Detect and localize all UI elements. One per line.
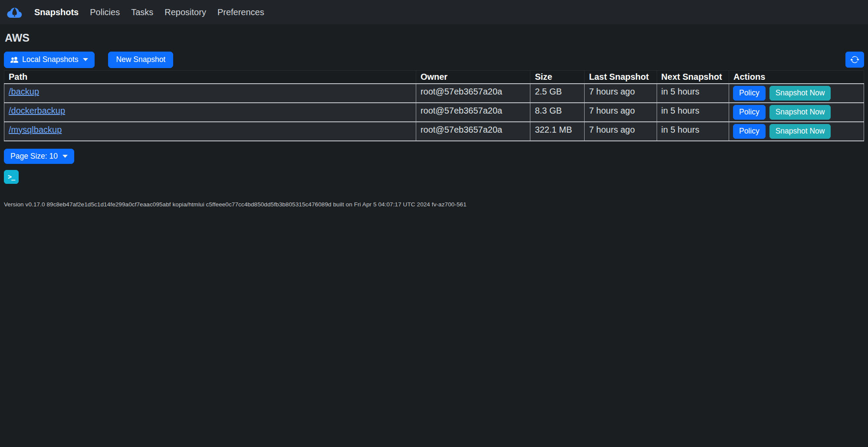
policy-button[interactable]: Policy [733, 124, 766, 139]
path-cell: /dockerbackup [4, 103, 416, 122]
people-icon [10, 56, 18, 64]
size-cell: 2.5 GB [530, 84, 585, 103]
page-size-dropdown[interactable]: Page Size: 10 [4, 149, 74, 164]
actions-cell: Policy Snapshot Now [729, 103, 864, 122]
owner-cell: root@57eb3657a20a [416, 103, 530, 122]
column-header-path: Path [4, 70, 416, 84]
policy-button[interactable]: Policy [733, 105, 766, 120]
version-text: Version v0.17.0 89c8eb47af2e1d5c1d14fe29… [4, 201, 864, 208]
caret-down-icon [62, 155, 68, 158]
path-link[interactable]: /backup [9, 87, 39, 96]
owner-cell: root@57eb3657a20a [416, 122, 530, 141]
last-snapshot-cell: 7 hours ago [585, 103, 657, 122]
policy-button[interactable]: Policy [733, 86, 766, 101]
terminal-icon: >_ [8, 173, 15, 181]
path-cell: /mysqlbackup [4, 122, 416, 141]
path-link[interactable]: /dockerbackup [9, 106, 65, 115]
snapshots-toolbar: Local Snapshots New Snapshot [4, 52, 864, 68]
snapshot-now-button[interactable]: Snapshot Now [769, 86, 831, 101]
local-snapshots-dropdown[interactable]: Local Snapshots [4, 52, 95, 68]
refresh-button[interactable] [845, 52, 864, 68]
snapshots-table-container: Path Owner Size Last Snapshot Next Snaps… [4, 70, 864, 141]
local-snapshots-dropdown-label: Local Snapshots [22, 55, 78, 65]
kopia-logo[interactable] [6, 6, 23, 19]
size-cell: 8.3 GB [530, 103, 585, 122]
last-snapshot-cell: 7 hours ago [585, 122, 657, 141]
new-snapshot-button[interactable]: New Snapshot [108, 52, 173, 68]
table-header-row: Path Owner Size Last Snapshot Next Snaps… [4, 70, 864, 84]
snapshot-row: /dockerbackup root@57eb3657a20a 8.3 GB 7… [4, 103, 864, 122]
column-header-actions: Actions [729, 70, 864, 84]
last-snapshot-cell: 7 hours ago [585, 84, 657, 103]
refresh-icon [850, 55, 859, 64]
page-size-dropdown-label: Page Size: 10 [10, 152, 58, 161]
actions-cell: Policy Snapshot Now [729, 122, 864, 141]
column-header-owner: Owner [416, 70, 530, 84]
nav-item-snapshots[interactable]: Snapshots [29, 4, 84, 21]
kopia-cloud-icon [6, 6, 23, 19]
actions-cell: Policy Snapshot Now [729, 84, 864, 103]
next-snapshot-cell: in 5 hours [657, 84, 729, 103]
column-header-last-snapshot: Last Snapshot [585, 70, 657, 84]
size-cell: 322.1 MB [530, 122, 585, 141]
nav-item-policies[interactable]: Policies [84, 4, 125, 21]
nav-item-repository[interactable]: Repository [159, 4, 212, 21]
caret-down-icon [83, 58, 88, 61]
show-cli-button[interactable]: >_ [4, 170, 19, 184]
nav-item-preferences[interactable]: Preferences [212, 4, 270, 21]
path-cell: /backup [4, 84, 416, 103]
snapshot-row: /mysqlbackup root@57eb3657a20a 322.1 MB … [4, 122, 864, 141]
path-link[interactable]: /mysqlbackup [9, 125, 62, 134]
column-header-size: Size [530, 70, 585, 84]
main-content: AWS Local Snapshots New Snapshot [0, 31, 868, 208]
snapshot-now-button[interactable]: Snapshot Now [769, 105, 831, 120]
column-header-next-snapshot: Next Snapshot [657, 70, 729, 84]
page-title: AWS [5, 31, 864, 44]
next-snapshot-cell: in 5 hours [657, 103, 729, 122]
top-navbar: Snapshots Policies Tasks Repository Pref… [0, 0, 868, 24]
snapshot-now-button[interactable]: Snapshot Now [769, 124, 831, 139]
snapshot-table-body: /backup root@57eb3657a20a 2.5 GB 7 hours… [4, 84, 864, 141]
next-snapshot-cell: in 5 hours [657, 122, 729, 141]
nav-item-tasks[interactable]: Tasks [125, 4, 159, 21]
snapshots-table: Path Owner Size Last Snapshot Next Snaps… [4, 70, 864, 141]
owner-cell: root@57eb3657a20a [416, 84, 530, 103]
snapshot-row: /backup root@57eb3657a20a 2.5 GB 7 hours… [4, 84, 864, 103]
main-nav: Snapshots Policies Tasks Repository Pref… [29, 4, 270, 21]
